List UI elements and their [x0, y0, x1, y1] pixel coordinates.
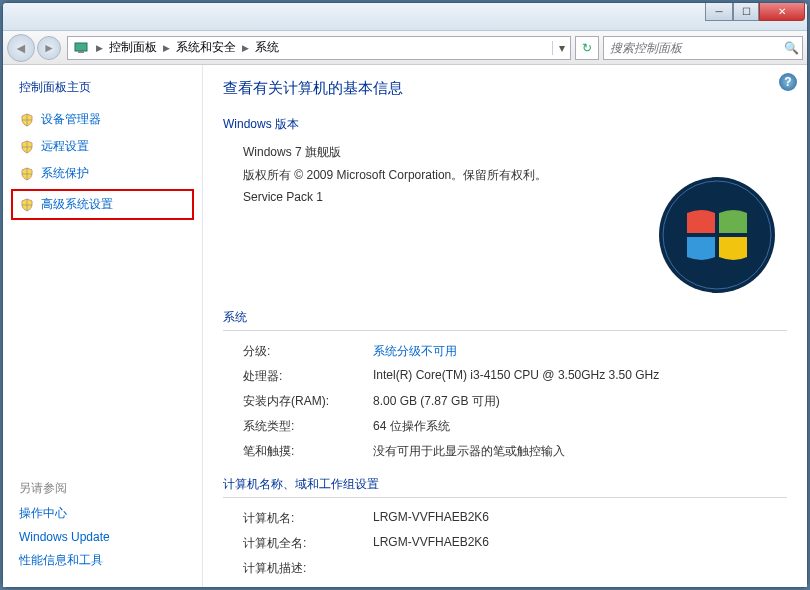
cname-value: LRGM-VVFHAEB2K6	[373, 510, 489, 527]
cfull-value: LRGM-VVFHAEB2K6	[373, 535, 489, 552]
rating-value[interactable]: 系统分级不可用	[373, 343, 457, 360]
svg-rect-0	[75, 43, 87, 51]
cdesc-label: 计算机描述:	[243, 560, 373, 577]
page-title: 查看有关计算机的基本信息	[223, 79, 787, 98]
sidebar-item-label: 系统保护	[41, 165, 89, 182]
name-section: 计算机名称、域和工作组设置	[223, 472, 787, 498]
chevron-right-icon: ▶	[240, 43, 251, 53]
shield-icon	[19, 166, 35, 182]
minimize-button[interactable]: ─	[705, 3, 733, 21]
chevron-right-icon: ▶	[161, 43, 172, 53]
sidebar-item-device-manager[interactable]: 设备管理器	[13, 106, 192, 133]
shield-icon	[19, 197, 35, 213]
sidebar-title: 控制面板主页	[13, 79, 192, 96]
breadcrumb-leaf[interactable]: 系统	[251, 39, 283, 56]
ram-label: 安装内存(RAM):	[243, 393, 373, 410]
sidebar-item-label: 设备管理器	[41, 111, 101, 128]
edition-section: Windows 版本	[223, 112, 787, 137]
edition-value: Windows 7 旗舰版	[243, 141, 787, 164]
type-label: 系统类型:	[243, 418, 373, 435]
pen-value: 没有可用于此显示器的笔或触控输入	[373, 443, 565, 460]
forward-button[interactable]: ►	[37, 36, 61, 60]
system-section: 系统	[223, 305, 787, 331]
search-box[interactable]: 🔍	[603, 36, 803, 60]
type-value: 64 位操作系统	[373, 418, 450, 435]
search-input[interactable]	[604, 41, 780, 55]
svg-rect-1	[78, 51, 84, 53]
close-button[interactable]: ✕	[759, 3, 805, 21]
refresh-button[interactable]: ↻	[575, 36, 599, 60]
seealso-title: 另请参阅	[13, 476, 192, 501]
sidebar-item-advanced[interactable]: 高级系统设置	[11, 189, 194, 220]
back-button[interactable]: ◄	[7, 34, 35, 62]
sidebar-item-remote[interactable]: 远程设置	[13, 133, 192, 160]
toolbar: ◄ ► ▶ 控制面板 ▶ 系统和安全 ▶ 系统 ▾ ↻ 🔍	[3, 31, 807, 65]
chevron-right-icon: ▶	[94, 43, 105, 53]
cfull-label: 计算机全名:	[243, 535, 373, 552]
maximize-button[interactable]: ☐	[733, 3, 759, 21]
breadcrumb-root[interactable]: 控制面板	[105, 39, 161, 56]
shield-icon	[19, 139, 35, 155]
ram-value: 8.00 GB (7.87 GB 可用)	[373, 393, 500, 410]
sidebar-item-label: 远程设置	[41, 138, 89, 155]
seealso-action-center[interactable]: 操作中心	[13, 501, 192, 526]
seealso-windows-update[interactable]: Windows Update	[13, 526, 192, 548]
svg-point-2	[659, 177, 775, 293]
sidebar-item-protection[interactable]: 系统保护	[13, 160, 192, 187]
address-bar[interactable]: ▶ 控制面板 ▶ 系统和安全 ▶ 系统 ▾	[67, 36, 571, 60]
shield-icon	[19, 112, 35, 128]
help-button[interactable]: ?	[779, 73, 797, 91]
search-icon: 🔍	[780, 41, 802, 55]
wg-label: 工作组:	[243, 585, 373, 587]
system-icon	[72, 39, 90, 57]
rating-label: 分级:	[243, 343, 373, 360]
windows-logo-icon	[657, 175, 777, 295]
address-dropdown[interactable]: ▾	[552, 41, 570, 55]
titlebar: ─ ☐ ✕	[3, 3, 807, 31]
wg-value: WORKGROUP	[373, 585, 454, 587]
cname-label: 计算机名:	[243, 510, 373, 527]
pen-label: 笔和触摸:	[243, 443, 373, 460]
cpu-label: 处理器:	[243, 368, 373, 385]
sidebar: 控制面板主页 设备管理器 远程设置 系统保护	[3, 65, 203, 587]
main-content: ? 查看有关计算机的基本信息 Windows 版本 Windows 7 旗舰版 …	[203, 65, 807, 587]
cpu-value: Intel(R) Core(TM) i3-4150 CPU @ 3.50GHz …	[373, 368, 659, 385]
sidebar-item-label: 高级系统设置	[41, 196, 113, 213]
seealso-performance[interactable]: 性能信息和工具	[13, 548, 192, 573]
breadcrumb-mid[interactable]: 系统和安全	[172, 39, 240, 56]
